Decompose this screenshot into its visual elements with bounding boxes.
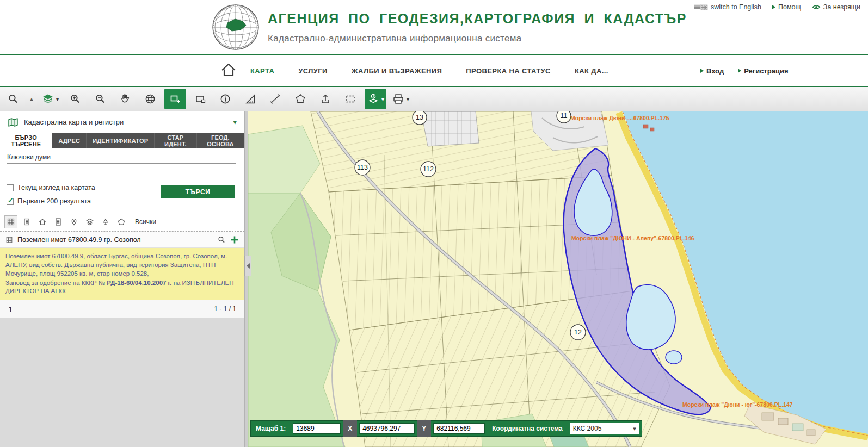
quick-search-panel: Ключови думи Текущ изглед на картата Пър… [0,148,244,212]
full-extent-button[interactable] [139,89,161,109]
zoom-out-button[interactable] [89,89,111,109]
beach-label-south: Морски плаж "Дюни - юг"-67800.PL.147 [682,401,793,408]
print-dropdown-button[interactable]: ▾ [390,89,411,109]
tab-old-identifier[interactable]: СТАР ИДЕНТ. [155,133,197,148]
parcel-grid-icon [5,236,13,244]
page-range: 1 - 1 / 1 [214,305,236,313]
layers-dropdown-button[interactable]: ▾ [39,89,61,109]
search-button[interactable]: ТЪРСИ [161,185,235,198]
measure-area-button[interactable] [290,89,311,109]
info-button[interactable] [214,89,236,109]
measure-distance-button[interactable] [264,89,286,109]
export-button[interactable] [315,89,336,109]
filter-layers-icon[interactable] [83,215,96,228]
accessibility-link[interactable]: За незрящи [812,3,860,11]
filter-address-icon[interactable] [36,215,49,228]
filter-all-label[interactable]: Всички [135,218,156,226]
zoom-in-button[interactable] [64,89,86,109]
map-layer-icon [8,117,19,127]
tab-quick-search[interactable]: БЪРЗО ТЪРСЕНЕ [0,133,52,148]
scale-input[interactable] [293,423,341,434]
collapse-arrow-icon [247,263,250,269]
y-coordinate-input[interactable] [433,423,485,434]
order-prefix: Заповед за одобрение на КККР № [5,280,107,286]
info-icon [219,93,231,105]
chevron-down-icon: ▾ [56,96,59,102]
nav-tab-complaints[interactable]: ЖАЛБИ И ВЪЗРАЖЕНИЯ [352,67,442,75]
main-nav: КАРТА УСЛУГИ ЖАЛБИ И ВЪЗРАЖЕНИЯ ПРОВЕРКА… [0,55,868,86]
add-result-button[interactable] [230,235,239,244]
svg-text:11: 11 [561,112,568,120]
login-link[interactable]: Вход [700,67,724,75]
select-region-button[interactable] [340,89,361,109]
first-200-checkbox[interactable] [7,198,14,205]
filter-location-icon[interactable] [67,215,81,228]
scale-label: Мащаб 1: [251,425,291,432]
chevron-down-icon: ▾ [633,425,636,432]
nav-tab-how-to[interactable]: КАК ДА... [575,67,608,75]
filter-parcels-icon[interactable] [4,215,17,228]
nav-auth: Вход Регистрация [700,55,788,86]
home-button[interactable] [219,61,238,80]
x-coordinate-input[interactable] [359,423,415,434]
help-link[interactable]: Помощ [772,3,801,11]
sidebar-collapse-handle[interactable] [244,256,251,276]
layer-group-select[interactable]: Кадастрална карта и регистри ▾ [0,111,244,133]
current-view-option: Текущ изглед на картата [7,184,95,191]
first-200-option: Първите 200 резултата [7,197,91,205]
title-block: АГЕНЦИЯ ПО ГЕОДЕЗИЯ,КАРТОГРАФИЯ И КАДАСТ… [268,11,687,44]
agency-title: АГЕНЦИЯ ПО ГЕОДЕЗИЯ,КАРТОГРАФИЯ И КАДАСТ… [268,11,687,27]
header-links: switch to English Помощ За незрящи [694,3,860,11]
kais-application: АГЕНЦИЯ ПО ГЕОДЕЗИЯ,КАРТОГРАФИЯ И КАДАСТ… [0,0,868,447]
result-item-header[interactable]: Поземлен имот 67800.49.9 гр. Созопол [0,232,244,248]
search-sidebar: Кадастрална карта и регистри ▾ БЪРЗО ТЪР… [0,111,244,447]
ruler-button[interactable] [239,89,261,109]
sidebar-empty-area [0,318,244,447]
svg-text:113: 113 [357,164,368,171]
result-details[interactable]: Поземлен имот 67800.49.9, област Бургас,… [0,248,244,300]
zone-circle-12: 12 [570,325,586,340]
current-view-checkbox[interactable] [7,184,14,191]
identify-layers-dropdown-button[interactable]: ▾ [365,89,386,109]
zoom-in-icon [69,93,81,105]
chevron-down-icon: ▾ [381,96,385,102]
beach-label-north: Морски плаж Дюни ...-67800.PL.175 [570,115,669,121]
chevron-down-icon: ▾ [407,96,410,102]
keywords-input[interactable] [7,163,236,177]
filter-zones-icon[interactable] [115,215,128,228]
switch-language-link[interactable]: switch to English [694,3,761,11]
globe-icon [144,93,156,105]
page-number[interactable]: 1 [8,305,13,314]
tab-identifier[interactable]: ИДЕНТИФИКАТОР [87,133,155,148]
select-add-button[interactable] [164,89,186,109]
select-rect-button[interactable] [189,89,211,109]
lake-small [666,351,682,364]
plus-icon [230,235,239,244]
pan-button[interactable] [114,89,136,109]
zoom-out-icon [94,93,106,105]
header: АГЕНЦИЯ ПО ГЕОДЕЗИЯ,КАРТОГРАФИЯ И КАДАСТ… [0,0,868,54]
app-subtitle: Кадастрално-административна информационн… [268,33,687,44]
result-description: Поземлен имот 67800.49.9, област Бургас,… [5,252,239,278]
zoom-to-result-button[interactable] [217,235,226,244]
tab-address[interactable]: АДРЕС [52,133,87,148]
zone-circle-112: 112 [421,162,436,177]
nav-tab-map[interactable]: КАРТА [250,67,274,75]
crs-select[interactable]: ККС 2005 ▾ [570,423,639,434]
search-tool-button[interactable] [2,89,24,109]
tab-geodetic-basis[interactable]: ГЕОД. ОСНОВА [197,133,244,148]
result-filter-row: Всички [0,212,244,232]
filter-buildings-icon[interactable] [20,215,33,228]
map-viewport[interactable]: 13 11 113 112 12 Морски плаж Дюни ...-67… [248,111,868,447]
search-tabs: БЪРЗО ТЪРСЕНЕ АДРЕС ИДЕНТИФИКАТОР СТАР И… [0,133,244,148]
nav-tab-services[interactable]: УСЛУГИ [298,67,327,75]
login-label: Вход [706,67,724,75]
collapse-panel-button[interactable]: ▲ [27,89,36,109]
nav-tab-status-check[interactable]: ПРОВЕРКА НА СТАТУС [466,67,551,75]
beach-label-middle: Морски плаж "ДЮНИ - Алепу"-67800.PL.146 [571,235,694,241]
keywords-label: Ключови думи [7,153,51,161]
filter-geodetic-icon[interactable] [99,215,112,228]
filter-register-icon[interactable] [52,215,65,228]
select-region-icon [344,93,356,105]
register-link[interactable]: Регистрация [738,67,788,75]
